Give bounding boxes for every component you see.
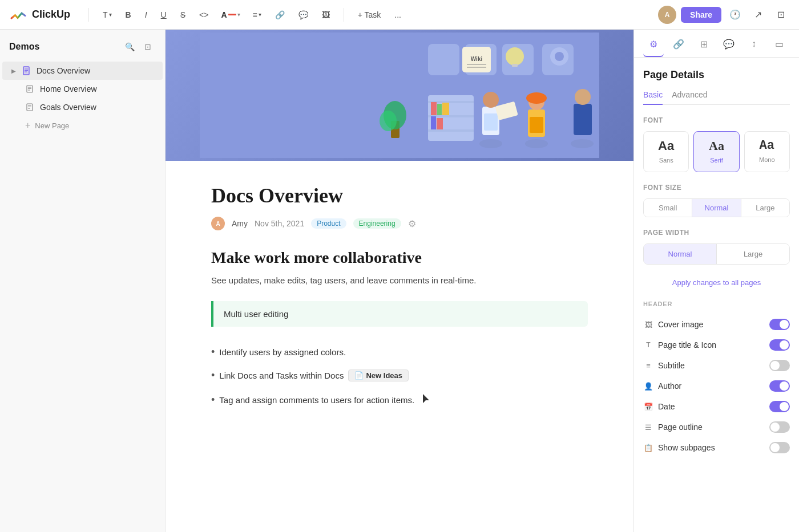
sub-tab-basic[interactable]: Basic <box>643 90 663 105</box>
add-task-btn[interactable]: + Task <box>353 8 386 22</box>
page-title-toggle[interactable] <box>769 339 790 351</box>
width-large-btn[interactable]: Large <box>716 244 789 264</box>
link-btn[interactable]: 🔗 <box>271 8 289 22</box>
font-serif-display: Aa <box>699 139 734 153</box>
font-size-section: Font Size Small Normal Large <box>643 184 790 217</box>
font-serif-option[interactable]: Aa Serif <box>693 131 739 172</box>
svg-rect-41 <box>428 129 474 132</box>
font-options: Aa Sans Aa Serif Aa Mono <box>643 131 790 172</box>
page-outline-icon: ☰ <box>643 422 653 432</box>
more-btn[interactable]: ... <box>390 8 406 22</box>
media-btn[interactable]: 🖼 <box>317 8 334 22</box>
sidebar-item-docs-overview[interactable]: ▶ Docs Overview <box>2 62 163 80</box>
page-outline-toggle[interactable] <box>769 421 790 433</box>
date-toggle[interactable] <box>769 401 790 412</box>
author-icon: 👤 <box>643 381 653 391</box>
italic-btn[interactable]: I <box>140 8 152 22</box>
color-picker-btn[interactable]: A ▾ <box>217 8 243 22</box>
history-btn[interactable]: 🕐 <box>726 6 744 24</box>
bold-btn[interactable]: B <box>121 8 136 22</box>
panel-title: Page Details <box>643 69 790 81</box>
toolbar: ClickUp T ▾ B I U S <> A ▾ ≡ ▾ 🔗 💬 🖼 + T… <box>0 0 799 30</box>
toolbar-divider-2 <box>344 8 344 22</box>
tab-settings[interactable]: ⚙ <box>643 36 664 57</box>
doc-date: Nov 5th, 2021 <box>255 219 304 228</box>
sidebar-collapse-btn[interactable]: ⊡ <box>140 39 156 55</box>
sidebar-actions: 🔍 ⊡ <box>122 39 156 55</box>
toggle-text-cover: Cover image <box>658 320 703 329</box>
add-page-label: New Page <box>35 121 69 130</box>
fullscreen-btn[interactable]: ⊡ <box>772 6 790 24</box>
bullet-item-3: Tag and assign comments to users for act… <box>211 387 588 413</box>
toggle-text-date: Date <box>658 402 675 411</box>
cover-image-toggle[interactable] <box>769 319 790 330</box>
width-normal-btn[interactable]: Normal <box>644 244 716 264</box>
svg-point-26 <box>479 139 502 148</box>
page-title-icon: T <box>643 340 653 350</box>
author-avatar: A <box>211 217 225 230</box>
font-mono-option[interactable]: Aa Mono <box>744 131 790 172</box>
tab-link[interactable]: 🔗 <box>668 36 689 57</box>
panel-content: Page Details Basic Advanced Font Aa Sans… <box>634 58 799 469</box>
width-options: Normal Large <box>643 243 790 265</box>
export-btn[interactable]: ↗ <box>749 6 767 24</box>
align-btn[interactable]: ≡ ▾ <box>248 8 266 22</box>
text-format-btn[interactable]: T ▾ <box>98 8 116 22</box>
page-icon-goals <box>25 102 35 112</box>
svg-point-33 <box>526 92 547 104</box>
subtitle-icon: ≡ <box>643 360 653 371</box>
toggle-date: 📅 Date <box>643 396 790 417</box>
docs-icon <box>22 66 32 76</box>
size-large-btn[interactable]: Large <box>741 199 789 217</box>
logo[interactable]: ClickUp <box>9 6 70 24</box>
underline-btn[interactable]: U <box>156 8 171 22</box>
settings-icon[interactable]: ⚙ <box>408 218 416 229</box>
font-sans-option[interactable]: Aa Sans <box>643 131 689 172</box>
inline-tag-text: New Ideas <box>366 371 402 380</box>
svg-point-28 <box>483 92 499 108</box>
sidebar: Demos 🔍 ⊡ ▶ Docs Overview Home Overview … <box>0 30 166 532</box>
font-sans-name: Sans <box>659 157 673 164</box>
sidebar-title: Demos <box>9 42 39 52</box>
code-btn[interactable]: <> <box>195 8 213 22</box>
tab-grid[interactable]: ⊞ <box>693 36 714 57</box>
user-avatar[interactable]: A <box>658 6 676 24</box>
inline-tag[interactable]: 📄 New Ideas <box>348 369 409 381</box>
strikethrough-btn[interactable]: S <box>176 8 190 22</box>
doc-heading: Make work more collaborative <box>211 249 588 267</box>
toggle-label-title: T Page title & Icon <box>643 340 716 350</box>
doc-icon: 📄 <box>354 371 364 380</box>
svg-point-25 <box>555 52 564 61</box>
comment-btn[interactable]: 💬 <box>294 8 313 22</box>
toggle-label-subtitle: ≡ Subtitle <box>643 360 685 371</box>
toggle-text-outline: Page outline <box>658 423 703 432</box>
size-small-btn[interactable]: Small <box>644 199 692 217</box>
tab-sort[interactable]: ↕ <box>744 36 764 57</box>
author-toggle[interactable] <box>769 380 790 392</box>
cover-image-icon: 🖼 <box>643 319 653 330</box>
tab-layout[interactable]: ▭ <box>769 36 789 57</box>
main-layout: Demos 🔍 ⊡ ▶ Docs Overview Home Overview … <box>0 30 799 532</box>
svg-point-30 <box>525 139 548 148</box>
svg-rect-23 <box>512 64 518 67</box>
sidebar-item-home-overview[interactable]: Home Overview <box>2 80 163 98</box>
sidebar-search-btn[interactable]: 🔍 <box>122 39 138 55</box>
tab-comment[interactable]: 💬 <box>719 36 739 57</box>
toggle-text-subtitle: Subtitle <box>658 361 685 370</box>
sidebar-item-goals-overview[interactable]: Goals Overview <box>2 98 163 116</box>
page-width-label: Page Width <box>643 229 790 237</box>
sub-tab-advanced[interactable]: Advanced <box>672 90 707 105</box>
tag-product[interactable]: Product <box>311 218 346 229</box>
share-button[interactable]: Share <box>681 7 721 23</box>
tag-engineering[interactable]: Engineering <box>353 218 401 229</box>
size-normal-btn[interactable]: Normal <box>692 199 740 217</box>
bullet-text-3: Tag and assign comments to users for act… <box>219 395 414 405</box>
color-swatch <box>228 14 236 15</box>
toggle-label-author: 👤 Author <box>643 381 681 391</box>
show-subpages-toggle[interactable] <box>769 442 790 453</box>
chevron-icon: ▶ <box>11 68 16 74</box>
subtitle-toggle[interactable] <box>769 360 790 371</box>
font-serif-name: Serif <box>710 157 723 164</box>
apply-all-pages-link[interactable]: Apply changes to all pages <box>643 278 790 287</box>
add-page-btn[interactable]: + New Page <box>2 116 163 135</box>
